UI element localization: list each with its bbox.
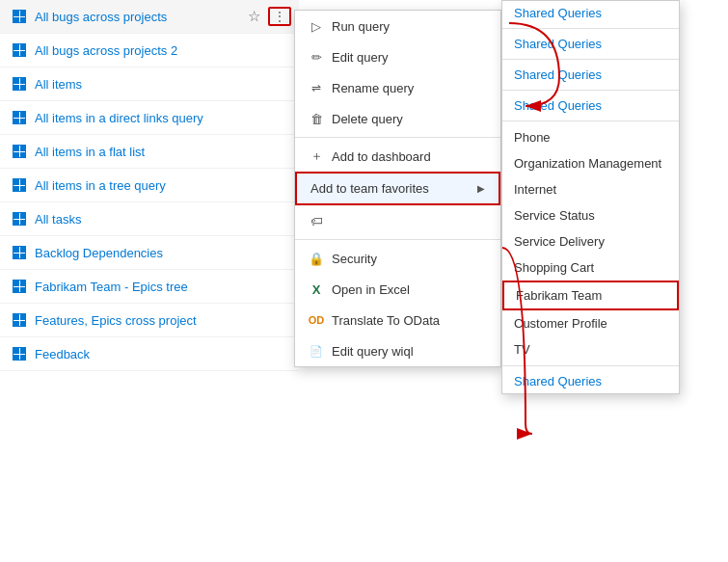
query-name: All tasks [35,212,81,227]
submenu-divider [502,120,679,121]
query-item[interactable]: Feedback [0,337,299,371]
rename-query-label: Rename query [332,81,414,95]
submenu: Shared Queries Shared Queries Shared Que… [501,0,680,394]
query-icon [12,42,27,58]
query-item[interactable]: All bugs across projects 2 [0,34,299,67]
shared-queries-section-3[interactable]: Shared Queries [502,63,679,87]
add-favorites-item[interactable]: Add to team favorites ▶ [295,172,500,205]
query-item[interactable]: All bugs across projects ☆ ⋮ [0,0,299,34]
query-item[interactable]: Features, Epics cross project [0,304,299,337]
divider [295,239,500,240]
rename-query-item[interactable]: ⇌ Rename query [295,72,500,103]
security-item[interactable]: 🔒 Security [295,243,500,274]
submenu-divider [502,28,679,29]
query-icon [12,76,27,92]
query-name: All bugs across projects [35,10,167,24]
tag-item[interactable]: 🏷 [295,205,500,236]
query-name: All bugs across projects 2 [35,43,177,58]
query-actions: ☆ ⋮ [246,6,291,27]
add-dashboard-label: Add to dashboard [332,149,431,164]
query-item[interactable]: All tasks [0,202,299,236]
tag-icon: 🏷 [309,213,324,228]
team-fabrikam[interactable]: Fabrikam Team [502,281,679,310]
delete-query-label: Delete query [332,112,403,126]
excel-label: Open in Excel [332,282,410,297]
query-item[interactable]: Fabrikam Team - Epics tree [0,270,299,304]
plus-icon: ＋ [309,148,324,164]
star-button[interactable]: ☆ [246,6,262,27]
wiql-icon: 📄 [309,343,324,359]
team-org-mgmt[interactable]: Organization Management [502,150,679,176]
query-icon [12,177,27,193]
query-icon [12,9,27,24]
query-name: All items [35,77,82,92]
query-name: All items in a tree query [35,178,166,193]
edit-query-item[interactable]: ✏ Edit query [295,41,500,72]
query-icon [12,245,27,260]
query-icon [12,312,27,328]
excel-item[interactable]: X Open in Excel [295,274,500,305]
team-internet[interactable]: Internet [502,176,679,202]
query-item[interactable]: All items in a direct links query [0,101,299,135]
query-name: Fabrikam Team - Epics tree [35,280,188,294]
run-query-item[interactable]: ▷ Run query [295,11,500,41]
query-name: All items in a flat list [35,145,145,159]
lock-icon: 🔒 [309,251,324,266]
security-label: Security [332,252,377,266]
query-item[interactable]: All items in a flat list [0,135,299,169]
team-shopping-cart[interactable]: Shopping Cart [502,254,679,281]
team-service-delivery[interactable]: Service Delivery [502,228,679,254]
submenu-divider [502,90,679,91]
query-icon [12,144,27,159]
excel-icon: X [309,281,324,297]
shared-queries-footer[interactable]: Shared Queries [502,369,679,393]
triangle-right-icon: ▷ [309,18,324,34]
delete-query-item[interactable]: 🗑 Delete query [295,103,500,134]
shared-queries-section-4[interactable]: Shared Queries [502,94,679,118]
team-service-status[interactable]: Service Status [502,202,679,228]
trash-icon: 🗑 [309,111,324,126]
submenu-divider [502,59,679,60]
shared-queries-section-2[interactable]: Shared Queries [502,32,679,56]
rename-icon: ⇌ [309,80,324,95]
more-button[interactable]: ⋮ [268,7,291,26]
team-phone[interactable]: Phone [502,124,679,150]
team-customer-profile[interactable]: Customer Profile [502,310,679,336]
query-icon [12,279,27,294]
pencil-icon: ✏ [309,49,324,65]
wiql-item[interactable]: 📄 Edit query wiql [295,335,500,366]
odata-label: Translate To OData [332,313,440,328]
odata-item[interactable]: OD Translate To OData [295,305,500,335]
query-item[interactable]: Backlog Dependencies [0,236,299,270]
query-name: All items in a direct links query [35,111,203,125]
odata-icon: OD [309,312,324,328]
query-icon [12,110,27,125]
query-name: Feedback [35,347,90,361]
query-name: Features, Epics cross project [35,313,197,328]
query-icon [12,346,27,361]
divider [295,137,500,138]
query-item[interactable]: All items in a tree query [0,169,299,202]
wiql-label: Edit query wiql [332,344,414,359]
query-icon [12,211,27,227]
context-menu: ▷ Run query ✏ Edit query ⇌ Rename query … [294,10,501,367]
team-tv[interactable]: TV [502,336,679,362]
add-favorites-label: Add to team favorites [310,181,429,196]
query-item[interactable]: All items [0,67,299,101]
add-dashboard-item[interactable]: ＋ Add to dashboard [295,141,500,172]
submenu-arrow-icon: ▶ [477,183,485,194]
shared-queries-section-1[interactable]: Shared Queries [502,1,679,25]
submenu-divider [502,365,679,366]
run-query-label: Run query [332,19,390,34]
query-list: All bugs across projects ☆ ⋮ All bugs ac… [0,0,299,562]
query-name: Backlog Dependencies [35,246,163,260]
edit-query-label: Edit query [332,50,389,65]
